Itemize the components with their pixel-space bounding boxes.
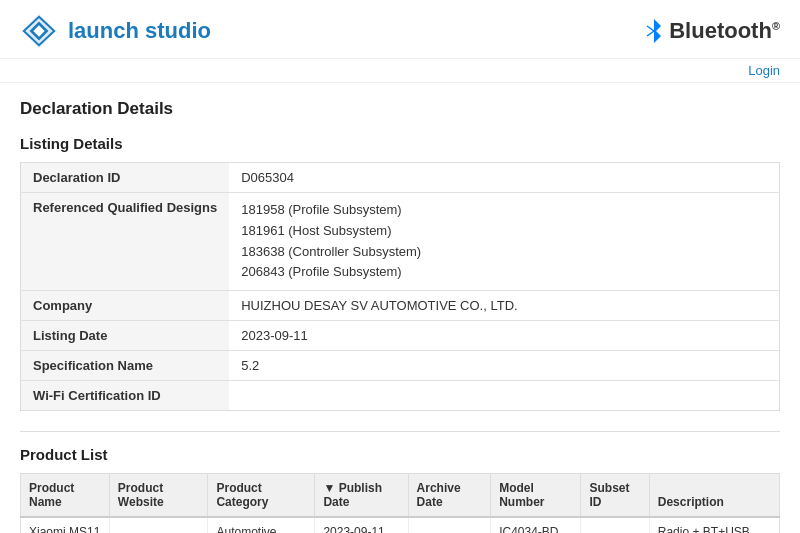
- bluetooth-icon: [643, 17, 665, 45]
- product-col-product_website: Product Website: [109, 474, 208, 518]
- listing-value: 181958 (Profile Subsystem)181961 (Host S…: [229, 193, 779, 291]
- launch-studio-icon: [20, 12, 58, 50]
- product-header-row: Product NameProduct WebsiteProduct Categ…: [21, 474, 780, 518]
- product-cell-subset_id: [581, 517, 649, 533]
- listing-value: HUIZHOU DESAY SV AUTOMOTIVE CO., LTD.: [229, 291, 779, 321]
- listing-label: Referenced Qualified Designs: [21, 193, 230, 291]
- sort-icon: ▼: [323, 481, 335, 495]
- bluetooth-logo: Bluetooth®: [643, 17, 780, 45]
- product-cell-publish_date: 2023-09-11: [315, 517, 408, 533]
- listing-label: Company: [21, 291, 230, 321]
- product-col-model_number: Model Number: [491, 474, 581, 518]
- listing-row: Listing Date2023-09-11: [21, 321, 780, 351]
- listing-label: Listing Date: [21, 321, 230, 351]
- logo-text: launch studio: [68, 18, 211, 44]
- header: launch studio Bluetooth®: [0, 0, 800, 59]
- listing-value: 2023-09-11: [229, 321, 779, 351]
- product-col-product_category: Product Category: [208, 474, 315, 518]
- listing-row: Wi-Fi Certification ID: [21, 381, 780, 411]
- listing-value: D065304: [229, 163, 779, 193]
- bluetooth-text: Bluetooth®: [669, 18, 780, 44]
- login-link[interactable]: Login: [748, 63, 780, 78]
- section-divider: [20, 431, 780, 432]
- listing-row: CompanyHUIZHOU DESAY SV AUTOMOTIVE CO., …: [21, 291, 780, 321]
- product-cell-product_category: Automotive: [208, 517, 315, 533]
- product-row: Xiaomi MS11SCDCAutomotive2023-09-11IC403…: [21, 517, 780, 533]
- listing-row: Declaration IDD065304: [21, 163, 780, 193]
- product-col-product_name: Product Name: [21, 474, 110, 518]
- logo-area: launch studio: [20, 12, 211, 50]
- listing-label: Wi-Fi Certification ID: [21, 381, 230, 411]
- listing-row: Referenced Qualified Designs181958 (Prof…: [21, 193, 780, 291]
- product-cell-description: Radio + BT+USBMedia+NAV+CarPlay: [649, 517, 779, 533]
- bluetooth-area: Bluetooth®: [643, 17, 780, 45]
- listing-row: Specification Name5.2: [21, 351, 780, 381]
- product-col-subset_id: Subset ID: [581, 474, 649, 518]
- page-title: Declaration Details: [20, 99, 780, 119]
- product-col-description: Description: [649, 474, 779, 518]
- reg-symbol: ®: [772, 20, 780, 32]
- product-col-archive_date: Archive Date: [408, 474, 491, 518]
- nav-bar: Login: [0, 59, 800, 83]
- product-cell-product_website: [109, 517, 208, 533]
- product-col-publish_date[interactable]: ▼ Publish Date: [315, 474, 408, 518]
- listing-value: [229, 381, 779, 411]
- listing-details-title: Listing Details: [20, 135, 780, 152]
- listing-label: Declaration ID: [21, 163, 230, 193]
- product-cell-archive_date: [408, 517, 491, 533]
- product-table: Product NameProduct WebsiteProduct Categ…: [20, 473, 780, 533]
- listing-value: 5.2: [229, 351, 779, 381]
- listing-label: Specification Name: [21, 351, 230, 381]
- main-content: Declaration Details Listing Details Decl…: [0, 83, 800, 533]
- product-list-title: Product List: [20, 446, 780, 463]
- product-cell-model_number: IC4034-BD: [491, 517, 581, 533]
- product-list-section: Product List Product NameProduct Website…: [20, 446, 780, 533]
- product-cell-product_name: Xiaomi MS11SCDC: [21, 517, 110, 533]
- listing-table: Declaration IDD065304Referenced Qualifie…: [20, 162, 780, 411]
